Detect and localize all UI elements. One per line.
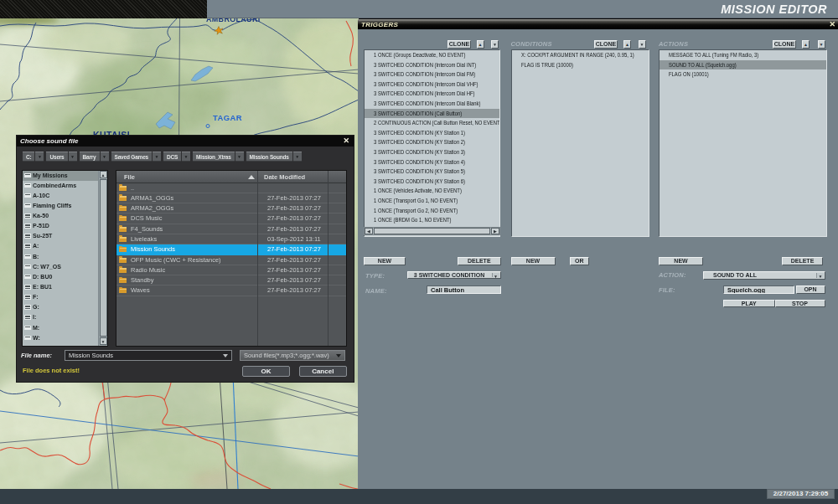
tree-item[interactable]: Flaming Cliffs [23, 201, 98, 211]
tree-item[interactable]: C: W7_OS [23, 262, 98, 272]
scroll-left-icon[interactable]: ◀ [365, 228, 373, 234]
trigger-list-item[interactable]: 1 ONCE (Transport Go 2, NO EVENT) [365, 206, 499, 216]
condition-new-button[interactable]: NEW [511, 257, 556, 265]
scroll-thumb[interactable] [100, 179, 107, 337]
trigger-delete-button[interactable]: DELETE [458, 257, 501, 265]
tree-vscrollbar[interactable]: ▲ ▼ [98, 171, 107, 346]
chevron-down-icon[interactable]: ▼ [235, 152, 244, 162]
tree-item[interactable]: B: [23, 252, 98, 262]
chevron-down-icon[interactable]: ▼ [293, 152, 302, 162]
chevron-down-icon[interactable]: ▼ [153, 152, 161, 162]
breadcrumb-button[interactable]: C: [23, 152, 34, 162]
triggers-move-down-button[interactable]: ▼ [491, 40, 499, 49]
trigger-list-item[interactable]: 3 SWITCHED CONDITION (Intercom Dial INT) [365, 60, 499, 70]
tree-item[interactable]: D: BU0 [23, 272, 98, 282]
file-type-filter-dropdown[interactable]: Sound files(*.mp3;*.ogg;*.wav) [240, 350, 345, 361]
tree-item[interactable]: P-51D [23, 221, 98, 231]
chevron-down-icon[interactable] [336, 354, 341, 357]
file-table-row[interactable]: Liveleaks03-Sep-2012 13:11 [116, 234, 346, 244]
condition-list-item[interactable]: FLAG IS TRUE (10000) [512, 60, 649, 70]
column-divider[interactable] [257, 171, 258, 347]
tree-item[interactable]: A-10C [23, 191, 98, 201]
chevron-down-icon[interactable]: ▼ [101, 152, 109, 162]
breadcrumb-button[interactable]: Mission_Xtras [193, 152, 234, 162]
breadcrumb-button[interactable]: Saved Games [111, 152, 152, 162]
file-table-row[interactable]: ARMA1_OGGs27-Feb-2013 07:27 [116, 193, 346, 203]
chevron-down-icon[interactable]: ▼ [69, 152, 77, 162]
conditions-move-down-button[interactable]: ▼ [639, 40, 646, 49]
tree-item[interactable]: Ka-50 [23, 211, 98, 221]
trigger-list-item[interactable]: 3 SWITCHED CONDITION (Call Button) [365, 109, 499, 119]
tree-item[interactable]: G: [23, 302, 98, 312]
tree-item[interactable]: CombinedArms [23, 181, 98, 191]
actions-move-down-button[interactable]: ▼ [818, 40, 825, 49]
file-table-row[interactable]: Mission Sounds27-Feb-2013 07:27 [116, 244, 346, 255]
scroll-down-icon[interactable]: ▼ [100, 337, 107, 345]
actions-clone-button[interactable]: CLONE [773, 40, 796, 49]
cancel-button[interactable]: Cancel [299, 366, 348, 378]
trigger-list-item[interactable]: 3 SWITCHED CONDITION (KY Station 2) [365, 137, 499, 147]
chevron-down-icon[interactable]: ▼ [492, 273, 499, 278]
breadcrumb-button[interactable]: Barry [80, 152, 100, 162]
conditions-list[interactable]: X: COCKPIT ARGUMENT IN RANGE (240, 0.95,… [511, 49, 649, 237]
scroll-thumb[interactable] [374, 228, 490, 234]
trigger-list-item[interactable]: 1 ONCE (Groups Deactivate, NO EVENT) [365, 50, 499, 60]
trigger-list-item[interactable]: 1 ONCE (Transport Go 1, NO EVENT) [365, 196, 499, 206]
conditions-clone-button[interactable]: CLONE [594, 40, 618, 49]
triggers-panel-titlebar[interactable]: TRIGGERS ✕ [358, 19, 838, 29]
action-list-item[interactable]: MESSAGE TO ALL (Tuning FM Radio, 3) [660, 50, 827, 60]
file-table-header[interactable]: File Date Modified [116, 171, 346, 183]
trigger-new-button[interactable]: NEW [364, 257, 406, 265]
column-divider[interactable] [328, 171, 328, 347]
trigger-type-dropdown[interactable]: 3 SWITCHED CONDITION ▼ [407, 271, 501, 280]
file-table-body[interactable]: ..ARMA1_OGGs27-Feb-2013 07:27ARMA2_OGGs2… [116, 183, 346, 347]
file-table-row[interactable]: DCS Music27-Feb-2013 07:27 [116, 213, 346, 224]
conditions-move-up-button[interactable]: ▲ [623, 40, 631, 49]
trigger-list-item[interactable]: 3 SWITCHED CONDITION (Intercom Dial VHF) [365, 80, 499, 90]
tree-item[interactable]: A: [23, 241, 98, 251]
file-column-header[interactable]: File [124, 173, 135, 181]
action-new-button[interactable]: NEW [659, 257, 703, 265]
triggers-list[interactable]: 1 ONCE (Groups Deactivate, NO EVENT)3 SW… [364, 49, 500, 237]
tree-item[interactable]: F: [23, 292, 98, 302]
triggers-panel-close-icon[interactable]: ✕ [829, 20, 835, 28]
dialog-titlebar[interactable]: Choose sound file ✕ [17, 136, 354, 147]
trigger-list-item[interactable]: 3 SWITCHED CONDITION (KY Station 4) [365, 157, 499, 167]
triggers-list-hscrollbar[interactable]: ◀ ▶ [364, 227, 500, 235]
trigger-list-item[interactable]: 3 SWITCHED CONDITION (Intercom Dial Blan… [365, 99, 499, 109]
triggers-clone-button[interactable]: CLONE [447, 40, 471, 49]
action-file-input[interactable]: Squelch.ogg [723, 285, 794, 294]
file-table-row[interactable]: ARMA2_OGGs27-Feb-2013 07:27 [116, 203, 346, 213]
file-table-row[interactable]: .. [116, 183, 346, 193]
action-type-dropdown[interactable]: SOUND TO ALL ▼ [703, 271, 825, 280]
actions-move-up-button[interactable]: ▲ [802, 40, 810, 49]
sort-ascending-icon[interactable] [248, 175, 255, 179]
ok-button[interactable]: OK [242, 366, 290, 378]
action-list-item[interactable]: SOUND TO ALL (Squelch.ogg) [660, 60, 827, 70]
action-open-button[interactable]: OPN [796, 285, 825, 294]
action-stop-button[interactable]: STOP [775, 300, 825, 308]
date-modified-column-header[interactable]: Date Modified [264, 173, 305, 181]
breadcrumb-button[interactable]: Mission Sounds [246, 152, 292, 162]
breadcrumb-button[interactable]: DCS [163, 152, 181, 162]
trigger-list-item[interactable]: 3 SWITCHED CONDITION (KY Station 5) [365, 167, 499, 177]
condition-list-item[interactable]: X: COCKPIT ARGUMENT IN RANGE (240, 0.95,… [512, 50, 649, 60]
filename-input[interactable]: Mission Sounds [65, 350, 232, 361]
top-bar-toolbar-area[interactable] [0, 0, 207, 18]
tree-item[interactable]: E: BU1 [23, 282, 98, 292]
chevron-down-icon[interactable]: ▼ [816, 273, 824, 278]
action-play-button[interactable]: PLAY [723, 300, 775, 308]
trigger-list-item[interactable]: 2 CONTINUOUS ACTION (Call Button Reset, … [365, 118, 499, 128]
trigger-list-item[interactable]: 3 SWITCHED CONDITION (KY Station 3) [365, 147, 499, 157]
actions-list[interactable]: MESSAGE TO ALL (Tuning FM Radio, 3)SOUND… [659, 49, 828, 237]
scroll-right-icon[interactable]: ▶ [491, 228, 499, 234]
scroll-up-icon[interactable]: ▲ [100, 171, 107, 178]
trigger-list-item[interactable]: 1 ONCE (BRDM Go 1, NO EVENT) [365, 215, 499, 225]
file-table-row[interactable]: OFP Music (CWC + Resistance)27-Feb-2013 … [116, 255, 346, 265]
chevron-down-icon[interactable]: ▼ [35, 152, 44, 162]
tree-item[interactable]: Su-25T [23, 231, 98, 241]
chevron-down-icon[interactable] [223, 354, 228, 357]
trigger-list-item[interactable]: 3 SWITCHED CONDITION (KY Station 1) [365, 128, 499, 138]
action-list-item[interactable]: FLAG ON (10001) [660, 69, 827, 80]
file-table-row[interactable]: Standby27-Feb-2013 07:27 [116, 275, 346, 285]
